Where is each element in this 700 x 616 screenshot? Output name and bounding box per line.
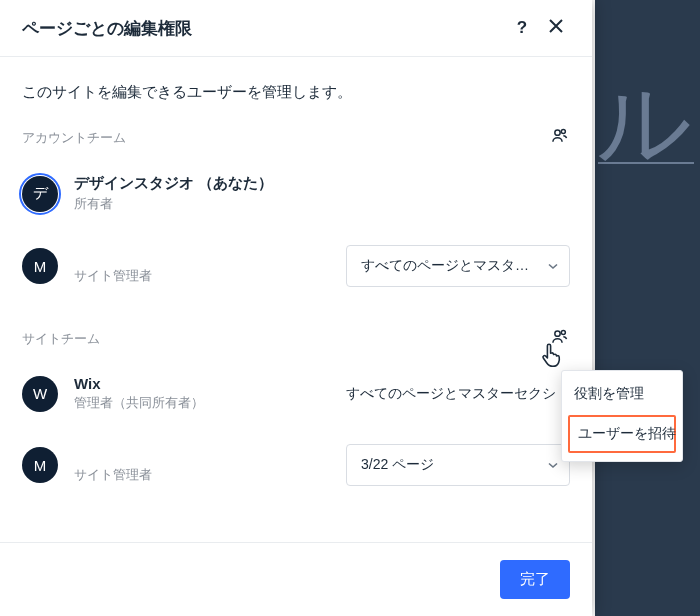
member-name: デザインスタジオ （あなた） xyxy=(74,174,330,193)
redacted-name xyxy=(74,447,204,461)
member-scope: 3/22 ページ xyxy=(346,444,570,486)
member-name: Wix xyxy=(74,375,330,392)
scope-select[interactable]: 3/22 ページ xyxy=(346,444,570,486)
section-account-label: アカウントチーム xyxy=(22,129,550,147)
scope-select[interactable]: すべてのページとマスターセ… xyxy=(346,245,570,287)
member-row: デ デザインスタジオ （あなた） 所有者 xyxy=(22,160,570,231)
section-account-header: アカウントチーム xyxy=(22,126,570,150)
people-plus-icon xyxy=(550,327,570,351)
avatar: デ xyxy=(22,176,58,212)
member-row: M サイト管理者 3/22 ページ xyxy=(22,430,570,504)
member-role: 管理者（共同所有者） xyxy=(74,394,330,412)
section-site-label: サイトチーム xyxy=(22,330,550,348)
svg-point-3 xyxy=(561,330,565,334)
avatar: M xyxy=(22,248,58,284)
member-role: サイト管理者 xyxy=(74,466,330,484)
member-meta: サイト管理者 xyxy=(74,447,330,484)
member-row: M サイト管理者 すべてのページとマスターセ… xyxy=(22,231,570,305)
scope-select-label: すべてのページとマスターセ… xyxy=(361,257,539,275)
member-role: 所有者 xyxy=(74,195,330,213)
member-meta: Wix 管理者（共同所有者） xyxy=(74,375,330,412)
member-role: サイト管理者 xyxy=(74,267,330,285)
member-row: W Wix 管理者（共同所有者） すべてのページとマスターセクシ xyxy=(22,361,570,430)
done-button[interactable]: 完了 xyxy=(500,560,570,599)
member-scope: すべてのページとマスターセクシ xyxy=(346,385,570,403)
backdrop-underline xyxy=(598,162,694,164)
popover-item-invite-user[interactable]: ユーザーを招待 xyxy=(568,415,676,453)
panel-intro: このサイトを編集できるユーザーを管理します。 xyxy=(22,83,570,102)
help-button[interactable]: ? xyxy=(508,14,536,42)
close-icon xyxy=(548,18,564,39)
scope-readonly: すべてのページとマスターセクシ xyxy=(346,385,570,403)
scope-select-label: 3/22 ページ xyxy=(361,456,539,474)
member-name xyxy=(74,447,330,464)
redacted-name xyxy=(74,248,204,262)
svg-point-0 xyxy=(555,130,560,135)
people-plus-icon xyxy=(550,126,570,150)
panel-header: ページごとの編集権限 ? xyxy=(0,0,592,57)
avatar: M xyxy=(22,447,58,483)
permissions-panel: ページごとの編集権限 ? このサイトを編集できるユーザーを管理します。 アカウン… xyxy=(0,0,592,616)
panel-body: このサイトを編集できるユーザーを管理します。 アカウントチーム デ デザインスタ… xyxy=(0,57,592,543)
svg-point-1 xyxy=(561,129,565,133)
avatar: W xyxy=(22,376,58,412)
chevron-down-icon xyxy=(547,459,559,471)
member-meta: デザインスタジオ （あなた） 所有者 xyxy=(74,174,330,213)
chevron-down-icon xyxy=(547,260,559,272)
add-site-member-button[interactable] xyxy=(550,327,570,351)
section-site-header: サイトチーム xyxy=(22,327,570,351)
panel-footer: 完了 xyxy=(0,542,592,616)
member-name xyxy=(74,248,330,265)
member-scope: すべてのページとマスターセ… xyxy=(346,245,570,287)
member-meta: サイト管理者 xyxy=(74,248,330,285)
panel-title: ページごとの編集権限 xyxy=(22,17,502,40)
backdrop-glyph: ル xyxy=(596,60,692,187)
popover-item-manage-roles[interactable]: 役割を管理 xyxy=(562,377,682,411)
add-account-member-button[interactable] xyxy=(550,126,570,150)
team-actions-popover: 役割を管理 ユーザーを招待 xyxy=(561,370,683,462)
svg-point-2 xyxy=(555,331,560,336)
close-button[interactable] xyxy=(542,14,570,42)
help-icon: ? xyxy=(517,18,527,38)
